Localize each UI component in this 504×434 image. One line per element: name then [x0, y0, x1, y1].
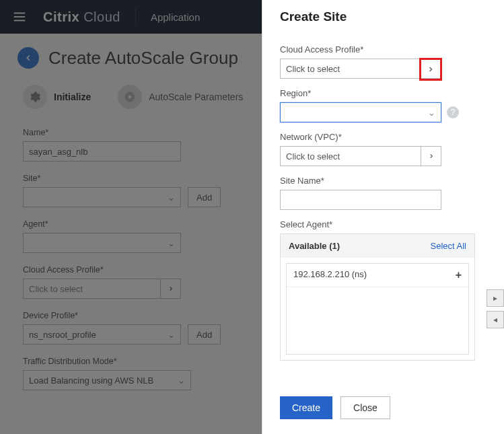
create-site-panel: Create Site Cloud Access Profile* Click … — [262, 0, 504, 434]
panel-network-label: Network (VPC)* — [280, 132, 487, 142]
agent-list: 192.168.2.210 (ns) + — [286, 263, 469, 355]
agent-select-all[interactable]: Select All — [431, 241, 466, 251]
agent-item[interactable]: 192.168.2.210 (ns) + — [287, 264, 468, 287]
panel-region-select[interactable]: ⌄ — [280, 102, 441, 122]
panel-sitename-input[interactable] — [280, 190, 441, 210]
panel-network-picker[interactable]: Click to select — [280, 146, 441, 166]
chevron-down-icon: ⌄ — [428, 108, 435, 118]
transfer-arrows: ▸ ◂ — [487, 289, 504, 328]
close-button[interactable]: Close — [340, 396, 390, 419]
panel-cap-picker[interactable]: Click to select — [280, 59, 441, 79]
panel-title: Create Site — [280, 9, 487, 24]
arrow-right-button[interactable]: ▸ — [487, 289, 504, 307]
agent-item-label: 192.168.2.210 (ns) — [293, 269, 367, 281]
arrow-left-button[interactable]: ◂ — [487, 311, 504, 328]
panel-sitename-label: Site Name* — [280, 176, 487, 186]
chevron-right-icon[interactable] — [419, 58, 442, 81]
agent-available-count: Available (1) — [289, 241, 340, 251]
panel-cap-label: Cloud Access Profile* — [280, 44, 487, 55]
help-icon[interactable]: ? — [447, 106, 459, 118]
chevron-right-icon[interactable] — [421, 147, 441, 166]
plus-icon[interactable]: + — [456, 269, 462, 281]
create-button[interactable]: Create — [280, 396, 332, 419]
agent-box: Available (1) Select All 192.168.2.210 (… — [280, 233, 475, 361]
panel-select-agent-label: Select Agent* — [280, 219, 487, 229]
panel-region-label: Region* — [280, 88, 487, 98]
